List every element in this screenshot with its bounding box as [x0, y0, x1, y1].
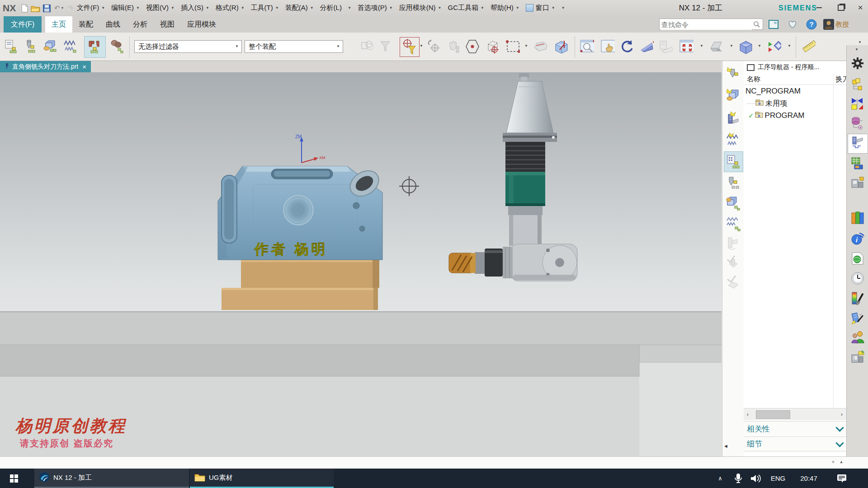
tree-row-nc-program[interactable]: NC_PROGRAM: [744, 85, 846, 97]
collaboration-people-icon[interactable]: [850, 330, 865, 344]
rectangle-select-caret[interactable]: ▼: [524, 44, 528, 48]
menu-analysis[interactable]: 分析(L)▼: [320, 4, 351, 12]
knowledge-info-icon[interactable]: i: [850, 231, 865, 246]
menu-preferences[interactable]: 首选项(P)▼: [358, 4, 393, 12]
section-details[interactable]: 细节: [744, 436, 846, 451]
generate-toolpath-gray-icon[interactable]: [725, 235, 741, 252]
tree-row-unused[interactable]: e 未用项: [744, 98, 846, 109]
fullscreen-icon[interactable]: [768, 19, 779, 30]
operation-navigator-icon[interactable]: [850, 136, 865, 150]
menu-tools[interactable]: 工具(T)▼: [251, 4, 279, 12]
redo-icon[interactable]: ↷: [66, 4, 75, 13]
menu-application[interactable]: 应用模块(N)▼: [399, 4, 442, 12]
reset-filter-icon[interactable]: [427, 38, 441, 55]
measure-ruler-icon[interactable]: [801, 38, 816, 55]
tab-file[interactable]: 文件(F): [4, 16, 42, 33]
favorites-heart-icon[interactable]: [787, 19, 798, 30]
machine-tool-navigator-icon[interactable]: [850, 176, 865, 191]
undo-icon[interactable]: ↶: [53, 4, 61, 13]
menu-edit[interactable]: 编辑(E)▼: [111, 4, 140, 12]
part-tab-close-icon[interactable]: ×: [82, 63, 86, 70]
search-input[interactable]: [660, 19, 752, 30]
selection-filter-dropdown[interactable]: 无选择过滤器▼: [134, 40, 242, 53]
scrollbar-thumb[interactable]: [756, 410, 790, 419]
create-tool-icon[interactable]: [23, 38, 37, 55]
part-navigator-icon[interactable]: [850, 116, 865, 130]
toolbar-overflow-caret[interactable]: ▼: [858, 41, 862, 44]
fit-view-caret[interactable]: ▼: [700, 44, 703, 48]
tab-curve[interactable]: 曲线: [99, 16, 127, 33]
section-dependencies[interactable]: 相关性: [744, 421, 846, 436]
property-group-icon[interactable]: [109, 38, 124, 55]
strip-collapse-arrow[interactable]: ◄: [723, 443, 728, 449]
panel-close-icon[interactable]: ×: [830, 459, 836, 465]
display-mode-icon[interactable]: [708, 38, 722, 55]
column-toolchange[interactable]: 换刀: [835, 75, 846, 84]
create-method-icon[interactable]: [63, 38, 78, 55]
tab-home[interactable]: 主页: [45, 16, 72, 33]
start-button[interactable]: [0, 469, 28, 488]
shaded-view-caret[interactable]: ▼: [758, 44, 761, 48]
extrude-gray-icon[interactable]: [533, 38, 547, 55]
shaded-view-icon[interactable]: [738, 38, 752, 55]
display-mode-caret[interactable]: ▼: [730, 44, 733, 48]
create-tool-new-icon[interactable]: [725, 66, 741, 82]
resource-bar-caret[interactable]: ▼: [855, 48, 859, 52]
create-geometry-icon[interactable]: [42, 38, 57, 55]
help-icon[interactable]: ?: [806, 19, 817, 30]
zoom-window-icon[interactable]: [580, 38, 594, 55]
gear-icon[interactable]: [850, 56, 865, 70]
graphics-viewport[interactable]: 作者 杨明 ZM XM: [0, 72, 722, 456]
tab-analysis[interactable]: 分析: [127, 16, 154, 33]
create-operation-icon[interactable]: [87, 38, 101, 55]
palette-gradient-icon[interactable]: [850, 291, 865, 305]
scroll-left-arrow[interactable]: ‹: [745, 410, 751, 418]
menu-insert[interactable]: 插入(S)▼: [181, 4, 209, 12]
tab-assemblies[interactable]: 装配: [72, 16, 99, 33]
menu-gc-toolbox[interactable]: GC工具箱▼: [448, 4, 484, 12]
notification-icon[interactable]: [832, 469, 852, 488]
rectangle-select-icon[interactable]: [505, 38, 520, 55]
restore-button[interactable]: [833, 2, 849, 14]
undo-dropdown-caret[interactable]: ▾: [61, 6, 63, 10]
machining-feature-navigator-icon[interactable]: [850, 156, 865, 171]
part-tab[interactable]: 直角侧铣头对刀方法.prt ×: [0, 61, 91, 72]
edit-object-caret[interactable]: ▼: [788, 44, 791, 48]
reuse-library-icon[interactable]: [850, 211, 865, 225]
menu-format[interactable]: 格式(R)▼: [216, 4, 245, 12]
open-folder-icon[interactable]: [30, 3, 41, 13]
pan-icon[interactable]: [600, 38, 615, 55]
view-section-icon[interactable]: [360, 38, 374, 55]
assembly-navigator-icon[interactable]: [850, 78, 865, 92]
create-program-icon[interactable]: [4, 38, 18, 55]
fit-view-icon[interactable]: [679, 38, 693, 55]
column-name[interactable]: 名称: [744, 75, 760, 84]
panel-collapse-icon[interactable]: ▲: [838, 459, 844, 465]
create-geometry-new-icon[interactable]: [725, 86, 741, 103]
filter-gray-icon[interactable]: [378, 38, 392, 55]
datum-display-gray-icon[interactable]: [658, 38, 673, 55]
history-clock-icon[interactable]: [850, 271, 865, 286]
menu-window[interactable]: 窗口▼: [526, 4, 555, 12]
method-view-icon[interactable]: [725, 216, 741, 232]
internet-page-icon[interactable]: [850, 251, 865, 266]
close-button[interactable]: ×: [853, 2, 868, 14]
clock[interactable]: 20:47: [795, 469, 823, 488]
selection-scope-dropdown[interactable]: 整个装配▼: [245, 40, 343, 53]
tree-row-program[interactable]: ✓ e PROGRAM: [744, 110, 846, 122]
wcs-dynamics-icon[interactable]: [485, 38, 499, 55]
menu-assemblies[interactable]: 装配(A)▼: [285, 4, 314, 12]
refresh-icon[interactable]: [619, 38, 634, 55]
speaker-icon[interactable]: [748, 469, 765, 488]
menu-help[interactable]: 帮助(H)▼: [491, 4, 519, 12]
geometry-view-icon[interactable]: [725, 195, 741, 211]
selection-filter-caret[interactable]: ▼: [420, 44, 423, 48]
program-order-view-icon[interactable]: [725, 153, 741, 169]
tab-application[interactable]: 应用模块: [181, 16, 222, 33]
machine-library-icon[interactable]: [850, 350, 865, 364]
constraint-navigator-icon[interactable]: [850, 97, 865, 111]
menu-overflow-caret[interactable]: ▼: [561, 6, 565, 10]
taskbar-item-ug[interactable]: UG素材: [190, 469, 334, 488]
snap-point-icon[interactable]: [465, 38, 479, 55]
save-icon[interactable]: [42, 3, 52, 13]
